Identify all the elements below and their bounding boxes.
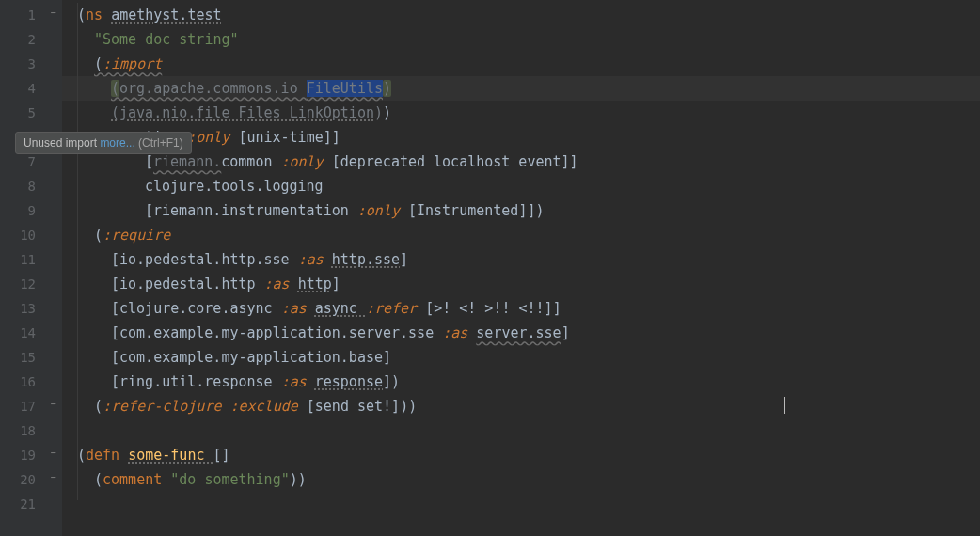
code-token: ] bbox=[400, 251, 408, 268]
code-token: ] bbox=[561, 324, 570, 341]
line-number[interactable]: 13 bbox=[0, 296, 36, 321]
code-line[interactable]: n.time :only [unix-time]] bbox=[77, 125, 980, 150]
code-token: [ bbox=[408, 202, 417, 219]
fold-toggle-icon[interactable]: − bbox=[48, 8, 58, 18]
code-token: :as bbox=[442, 324, 476, 341]
code-line[interactable] bbox=[77, 492, 980, 516]
code-token: >! <! >!! <!! bbox=[434, 300, 544, 317]
line-number[interactable]: 16 bbox=[0, 370, 36, 394]
code-line[interactable]: [clojure.core.async :as async :refer [>!… bbox=[77, 296, 980, 321]
code-token: io.pedestal.http bbox=[119, 276, 264, 292]
code-token: :only bbox=[357, 202, 408, 219]
code-area[interactable]: (ns amethyst.test"Some doc string"(:impo… bbox=[62, 0, 980, 536]
code-line[interactable]: clojure.tools.logging bbox=[77, 174, 980, 198]
code-token: ( bbox=[94, 398, 103, 415]
inspection-tooltip[interactable]: Unused import more... (Ctrl+F1) bbox=[15, 132, 192, 154]
code-token: [ bbox=[307, 398, 315, 415]
code-token: http bbox=[298, 276, 332, 292]
code-line[interactable]: [com.example.my-application.base] bbox=[77, 345, 980, 370]
code-line[interactable]: (java.nio.file Files LinkOption)) bbox=[77, 101, 980, 125]
code-line[interactable]: "Some doc string" bbox=[77, 27, 980, 52]
code-line[interactable]: (ns amethyst.test bbox=[77, 3, 980, 27]
code-token: ring.util.response bbox=[119, 373, 281, 390]
line-number[interactable]: 5 bbox=[0, 101, 36, 125]
code-token: response bbox=[315, 373, 383, 390]
tooltip-more-link[interactable]: more... bbox=[100, 136, 134, 150]
code-token: com.example.my-application.server.sse bbox=[119, 324, 442, 341]
code-token: ( bbox=[111, 104, 119, 121]
code-token: riemann. bbox=[153, 153, 221, 170]
code-token: [ bbox=[111, 276, 119, 292]
code-line[interactable]: [ring.util.response :as response]) bbox=[77, 370, 980, 394]
code-token: [ bbox=[111, 349, 119, 366]
code-token: java.nio.file Files LinkOption bbox=[119, 104, 374, 121]
line-number[interactable]: 1 bbox=[0, 3, 36, 27]
code-token: comment bbox=[103, 471, 170, 488]
fold-column[interactable]: −−−− bbox=[45, 0, 62, 536]
code-token: ) bbox=[535, 202, 544, 219]
code-token: :refer bbox=[366, 300, 425, 317]
code-line[interactable]: [riemann.common :only [deprecated localh… bbox=[77, 150, 980, 174]
tooltip-shortcut: (Ctrl+F1) bbox=[135, 136, 183, 150]
line-number[interactable]: 3 bbox=[0, 52, 36, 76]
code-token: riemann.instrumentation bbox=[153, 202, 357, 219]
line-number[interactable]: 8 bbox=[0, 174, 36, 198]
fold-toggle-icon[interactable]: − bbox=[48, 448, 58, 458]
code-token: [ bbox=[111, 300, 119, 317]
code-token: ns bbox=[86, 7, 111, 24]
code-token: com.example.my-application.base bbox=[119, 349, 383, 366]
code-line[interactable]: [io.pedestal.http.sse :as http.sse] bbox=[77, 247, 980, 272]
code-token: ] bbox=[324, 129, 332, 146]
code-line[interactable]: (:import bbox=[77, 52, 980, 76]
code-token: common bbox=[221, 153, 280, 170]
code-line[interactable]: (comment "do something")) bbox=[77, 467, 980, 492]
line-number[interactable]: 9 bbox=[0, 198, 36, 223]
code-token: ] bbox=[383, 349, 391, 366]
code-token: "Some doc string" bbox=[94, 31, 239, 48]
line-number[interactable]: 17 bbox=[0, 394, 36, 418]
code-token: ( bbox=[94, 227, 103, 244]
line-number[interactable]: 10 bbox=[0, 223, 36, 247]
code-token: [ bbox=[145, 153, 153, 170]
code-token: ) bbox=[290, 471, 298, 488]
code-token: io.pedestal.http.sse bbox=[119, 251, 298, 268]
code-editor[interactable]: 123456789101112131415161718192021 −−−− (… bbox=[0, 0, 980, 536]
code-token: ) bbox=[298, 471, 307, 488]
line-number[interactable]: 2 bbox=[0, 27, 36, 52]
code-token: ( bbox=[94, 471, 103, 488]
gutter[interactable]: 123456789101112131415161718192021 bbox=[0, 0, 45, 536]
code-token: ) bbox=[400, 398, 408, 415]
line-number[interactable]: 20 bbox=[0, 467, 36, 492]
code-token: ( bbox=[111, 80, 119, 97]
code-line[interactable]: (org.apache.commons.io FileUtils) bbox=[77, 76, 980, 101]
code-token: ] bbox=[383, 373, 391, 390]
code-token: :as bbox=[298, 251, 332, 268]
line-number[interactable]: 21 bbox=[0, 492, 36, 516]
code-token: ] bbox=[332, 276, 340, 292]
code-line[interactable]: (defn some-func [] bbox=[77, 443, 980, 467]
code-token: http.sse bbox=[332, 251, 400, 268]
line-number[interactable]: 15 bbox=[0, 345, 36, 370]
line-number[interactable]: 12 bbox=[0, 272, 36, 296]
code-token: org.apache.commons.io bbox=[119, 80, 307, 97]
code-line[interactable]: (:refer-clojure :exclude [send set!])) bbox=[77, 394, 980, 418]
code-token: ( bbox=[94, 55, 103, 72]
code-line[interactable]: [riemann.instrumentation :only [Instrume… bbox=[77, 198, 980, 223]
code-line[interactable]: [com.example.my-application.server.sse :… bbox=[77, 321, 980, 345]
code-token: [ bbox=[111, 324, 119, 341]
fold-toggle-icon[interactable]: − bbox=[48, 399, 58, 409]
code-token: :as bbox=[264, 276, 298, 292]
code-token: :exclude bbox=[230, 398, 307, 415]
line-number[interactable]: 18 bbox=[0, 418, 36, 443]
code-line[interactable]: [io.pedestal.http :as http] bbox=[77, 272, 980, 296]
code-line[interactable] bbox=[77, 418, 980, 443]
line-number[interactable]: 4 bbox=[0, 76, 36, 101]
fold-toggle-icon[interactable]: − bbox=[48, 472, 58, 482]
line-number[interactable]: 14 bbox=[0, 321, 36, 345]
code-token: ] bbox=[222, 447, 230, 464]
code-line[interactable]: (:require bbox=[77, 223, 980, 247]
code-token: Instrumented bbox=[417, 202, 518, 219]
line-number[interactable]: 11 bbox=[0, 247, 36, 272]
code-token: :only bbox=[187, 129, 238, 146]
line-number[interactable]: 19 bbox=[0, 443, 36, 467]
